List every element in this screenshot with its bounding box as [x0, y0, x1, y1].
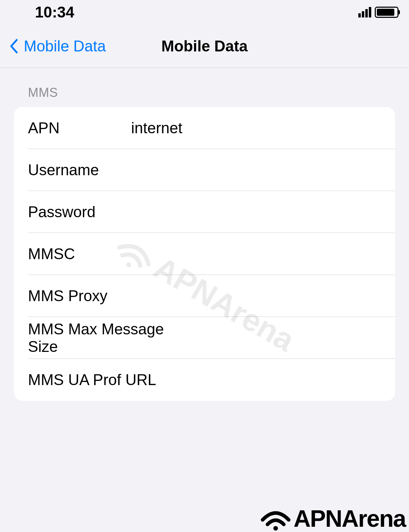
label-mms-ua-prof: MMS UA Prof URL: [28, 371, 189, 389]
section-header-mms: MMS: [14, 85, 395, 107]
back-label: Mobile Data: [24, 37, 106, 55]
label-mms-proxy: MMS Proxy: [28, 287, 131, 305]
label-mmsc: MMSC: [28, 245, 131, 263]
svg-point-1: [273, 526, 278, 531]
input-mmsc[interactable]: [131, 245, 381, 263]
navigation-bar: Mobile Data Mobile Data: [0, 24, 409, 68]
row-mmsc[interactable]: MMSC: [14, 233, 395, 275]
page-title: Mobile Data: [162, 37, 248, 55]
row-mms-max-size[interactable]: MMS Max Message Size: [14, 317, 395, 359]
chevron-left-icon: [7, 37, 21, 55]
battery-icon: [375, 7, 399, 18]
row-mms-proxy[interactable]: MMS Proxy: [14, 275, 395, 317]
label-mms-max-size: MMS Max Message Size: [28, 320, 189, 355]
label-apn: APN: [28, 119, 131, 137]
status-indicators: [358, 7, 399, 18]
content-area: MMS APN Username Password MMSC MMS Proxy: [0, 68, 409, 401]
row-mms-ua-prof[interactable]: MMS UA Prof URL: [14, 359, 395, 401]
input-mms-max-size[interactable]: [189, 329, 381, 347]
wifi-icon: [259, 506, 292, 531]
status-time: 10:34: [35, 3, 74, 21]
label-username: Username: [28, 161, 131, 179]
row-apn[interactable]: APN: [14, 107, 395, 149]
back-button[interactable]: Mobile Data: [0, 37, 106, 55]
input-apn[interactable]: [131, 119, 381, 137]
label-password: Password: [28, 203, 131, 221]
row-username[interactable]: Username: [14, 149, 395, 191]
row-password[interactable]: Password: [14, 191, 395, 233]
footer-logo: APNArena: [259, 505, 406, 532]
settings-group-mms: APN Username Password MMSC MMS Proxy MMS…: [14, 107, 395, 401]
input-mms-proxy[interactable]: [131, 287, 381, 305]
footer-logo-text: APNArena: [294, 505, 406, 532]
status-bar: 10:34: [0, 0, 409, 24]
input-password[interactable]: [131, 203, 381, 221]
cellular-signal-icon: [358, 7, 371, 17]
input-mms-ua-prof[interactable]: [189, 371, 381, 389]
input-username[interactable]: [131, 161, 381, 179]
